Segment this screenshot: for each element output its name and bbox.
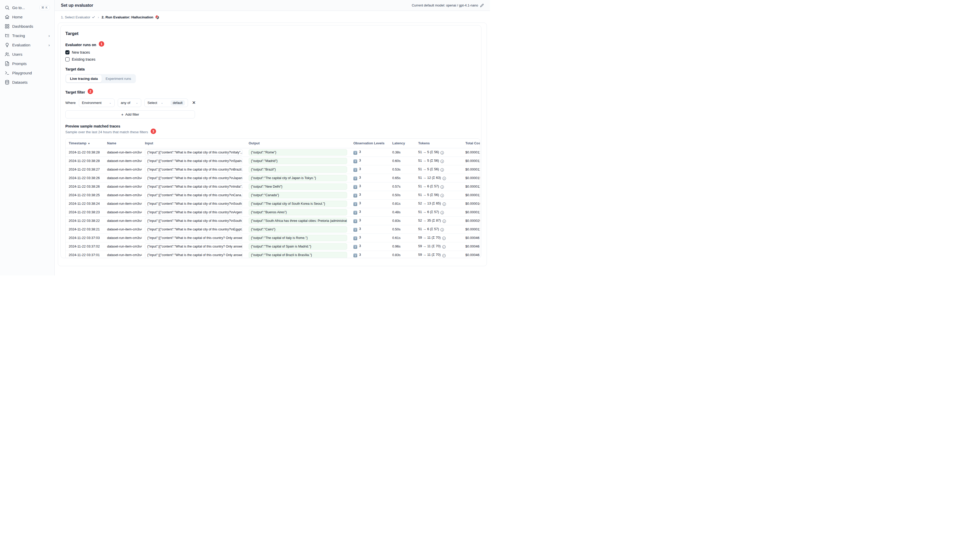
sidebar-item-tracing[interactable]: Tracing›: [3, 32, 52, 40]
chevron-right-icon: ›: [48, 43, 50, 47]
column-header-tokens[interactable]: Tokens: [415, 139, 462, 148]
table-row[interactable]: 2024-11-22 03:38:23dataset-run-item-cm3s…: [65, 208, 480, 216]
input-cell: {"input":[{"content":"What is the capita…: [142, 165, 245, 174]
column-header-total-cost[interactable]: Total Cost: [462, 139, 480, 148]
total-cost-cell: $0.000029: [462, 216, 480, 225]
checkbox-new-traces[interactable]: [65, 50, 70, 54]
token-info-icon[interactable]: i: [442, 219, 446, 223]
chevron-right-icon: ›: [48, 34, 50, 38]
sidebar-item-home[interactable]: Home: [3, 13, 52, 21]
tokens-cell: 51 → 5 (Σ 56)i: [415, 148, 462, 157]
sidebar-item-users[interactable]: Users: [3, 50, 52, 58]
table-row[interactable]: 2024-11-22 03:37:01dataset-run-item-cm3s…: [65, 251, 480, 258]
output-chip: {"output":"Madrid"}: [249, 158, 347, 164]
token-info-icon[interactable]: i: [442, 237, 445, 240]
name-cell: dataset-run-item-cm3s4: [104, 208, 142, 216]
filter-value-select[interactable]: Select⌄ default: [145, 98, 188, 107]
table-row[interactable]: 2024-11-22 03:38:24dataset-run-item-cm3s…: [65, 199, 480, 208]
default-model-label: Current default model: openai / gpt-4.1-…: [412, 3, 478, 7]
table-row[interactable]: 2024-11-22 03:38:28dataset-run-item-cm3s…: [65, 148, 480, 157]
tokens-cell: 59 → 11 (Σ 70)i: [415, 242, 462, 251]
token-info-icon[interactable]: i: [442, 245, 445, 249]
sidebar-item-dashboards[interactable]: Dashboards: [3, 22, 52, 30]
filter-column-select[interactable]: Environment⌄: [79, 98, 115, 107]
sidebar-item-go-to[interactable]: Go to...⌘ K: [3, 4, 52, 11]
search-icon: [5, 5, 10, 10]
input-chip: {"input":[{"content":"What is the capita…: [145, 201, 242, 207]
table-row[interactable]: 2024-11-22 03:38:22dataset-run-item-cm3s…: [65, 216, 480, 225]
input-chip: {"input":[{"content":"What is the capita…: [145, 235, 242, 241]
checkbox-existing-traces[interactable]: [65, 57, 70, 62]
token-info-icon[interactable]: i: [441, 160, 444, 163]
token-info-icon[interactable]: i: [441, 168, 444, 171]
observation-levels-cell: i3: [350, 182, 389, 191]
table-row[interactable]: 2024-11-22 03:38:21dataset-run-item-cm3s…: [65, 225, 480, 233]
filter-value-chip: default: [170, 100, 185, 105]
column-header-output[interactable]: Output: [245, 139, 350, 148]
sidebar-item-datasets[interactable]: Datasets: [3, 78, 52, 86]
output-chip: {"output":"Canada"}: [249, 192, 347, 198]
output-chip: {"output":"Cairo"}: [249, 226, 347, 232]
input-chip: {"input":[{"content":"What is the capita…: [145, 243, 242, 249]
observation-levels-cell: i3: [350, 165, 389, 174]
info-level-icon: i: [353, 194, 357, 197]
tracing-icon: [5, 33, 10, 38]
tokens-cell: 59 → 11 (Σ 70)i: [415, 233, 462, 242]
observation-levels-cell: i3: [350, 251, 389, 258]
observation-levels-cell: i3: [350, 174, 389, 182]
latency-cell: 0.60s: [389, 157, 415, 165]
sidebar-item-prompts[interactable]: Prompts: [3, 60, 52, 67]
sidebar-item-playground[interactable]: Playground: [3, 69, 52, 77]
table-row[interactable]: 2024-11-22 03:37:02dataset-run-item-cm3s…: [65, 242, 480, 251]
tokens-cell: 51 → 12 (Σ 63)i: [415, 174, 462, 182]
target-card: Target Evaluator runs on 1 New tracesExi…: [60, 25, 482, 258]
token-info-icon[interactable]: i: [441, 228, 444, 232]
token-info-icon[interactable]: i: [441, 185, 444, 189]
name-cell: dataset-run-item-cm3s4: [104, 251, 142, 258]
table-row[interactable]: 2024-11-22 03:38:27dataset-run-item-cm3s…: [65, 165, 480, 174]
checkbox-row: Existing traces: [65, 57, 477, 62]
column-header-latency[interactable]: Latency: [389, 139, 415, 148]
timestamp-cell: 2024-11-22 03:38:24: [65, 199, 104, 208]
total-cost-cell: $0.000015: [462, 174, 480, 182]
checkbox-label: New traces: [72, 50, 90, 54]
table-row[interactable]: 2024-11-22 03:38:28dataset-run-item-cm3s…: [65, 157, 480, 165]
tokens-cell: 51 → 6 (Σ 57)i: [415, 225, 462, 233]
check-icon: [66, 51, 69, 54]
total-cost-cell: $0.000011 (: [462, 208, 480, 216]
column-header-input[interactable]: Input: [142, 139, 245, 148]
column-header-observation-levels[interactable]: Observation Levels: [350, 139, 389, 148]
remove-filter-button[interactable]: ✕: [191, 100, 197, 105]
filter-row: Where Environment⌄ any of⌄ Select⌄ defau…: [65, 98, 477, 107]
input-chip: {"input":[{"content":"What is the capita…: [145, 209, 242, 215]
column-header-name[interactable]: Name: [104, 139, 142, 148]
token-info-icon[interactable]: i: [441, 211, 444, 214]
output-chip: {"output":"Buenos Aires"}: [249, 209, 347, 215]
timestamp-cell: 2024-11-22 03:38:27: [65, 165, 104, 174]
table-row[interactable]: 2024-11-22 03:37:03dataset-run-item-cm3s…: [65, 233, 480, 242]
token-info-icon[interactable]: i: [442, 177, 446, 180]
tokens-cell: 52 → 35 (Σ 87)i: [415, 216, 462, 225]
checkbox-label: Existing traces: [72, 57, 95, 62]
token-info-icon[interactable]: i: [441, 194, 444, 197]
sidebar-item-evaluation[interactable]: Evaluation›: [3, 41, 52, 49]
table-row[interactable]: 2024-11-22 03:38:25dataset-run-item-cm3s…: [65, 191, 480, 199]
table-row[interactable]: 2024-11-22 03:38:26dataset-run-item-cm3s…: [65, 174, 480, 182]
tab-experiment-runs[interactable]: Experiment runs: [102, 75, 135, 83]
breadcrumb-step-1[interactable]: 1. Select Evaluator: [61, 15, 95, 19]
sidebar: Go to...⌘ KHomeDashboardsTracing›Evaluat…: [0, 0, 55, 275]
chevron-right-icon: ›: [98, 15, 99, 19]
token-info-icon[interactable]: i: [442, 254, 445, 257]
column-header-timestamp[interactable]: Timestamp▼: [65, 139, 104, 148]
tokens-cell: 52 → 13 (Σ 65)i: [415, 199, 462, 208]
token-info-icon[interactable]: i: [441, 151, 444, 154]
edit-model-icon[interactable]: [480, 4, 484, 7]
add-filter-button[interactable]: + Add filter: [65, 110, 195, 118]
token-info-icon[interactable]: i: [442, 202, 446, 206]
table-row[interactable]: 2024-11-22 03:38:26dataset-run-item-cm3s…: [65, 182, 480, 191]
observation-levels-cell: i3: [350, 233, 389, 242]
tab-live-tracing-data[interactable]: Live tracing data: [66, 75, 102, 83]
output-cell: {"output":"South Africa has three capita…: [245, 216, 350, 225]
filter-operator-select[interactable]: any of⌄: [118, 98, 141, 107]
total-cost-cell: $0.000016: [462, 199, 480, 208]
